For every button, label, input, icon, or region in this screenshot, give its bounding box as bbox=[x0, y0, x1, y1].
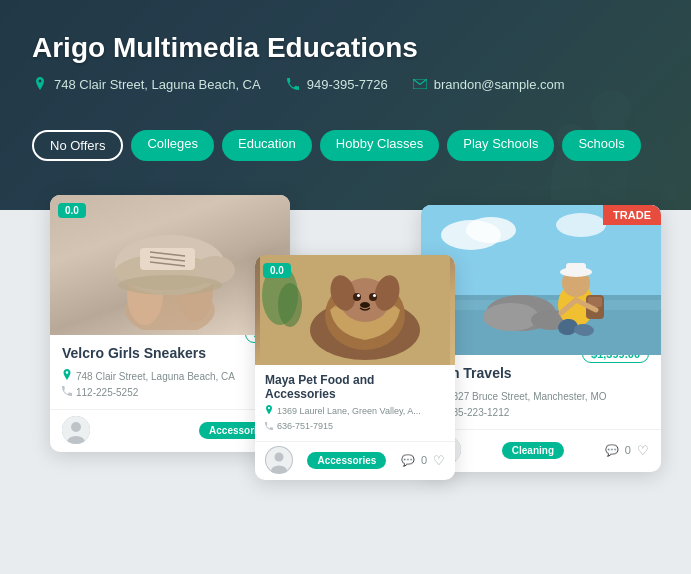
heart-icon-travel[interactable]: ♡ bbox=[637, 443, 649, 458]
card-shoes-footer: Accessories bbox=[50, 409, 290, 452]
like-row-travel: 💬 0 ♡ bbox=[605, 443, 649, 458]
svg-point-17 bbox=[118, 275, 222, 295]
card-travel-footer: Cleaning 💬 0 ♡ bbox=[421, 429, 661, 472]
location-icon bbox=[32, 76, 48, 92]
card-dog-address: 1369 Laurel Lane, Green Valley, A... bbox=[265, 405, 445, 417]
phone-icon bbox=[285, 76, 301, 92]
svg-point-30 bbox=[369, 293, 377, 301]
svg-point-40 bbox=[556, 213, 606, 237]
card-shoes-title: Velcro Girls Sneakers bbox=[62, 345, 206, 361]
card-dog-body: Maya Pet Food and Accessories 1369 Laure… bbox=[255, 365, 455, 441]
phone-icon-shoes bbox=[62, 386, 72, 398]
rating-badge-shoes: 0.0 bbox=[58, 203, 86, 218]
card-shoes-address: 748 Clair Street, Laguna Beach, CA bbox=[62, 369, 278, 383]
card-shoes-phone: 112-225-5252 bbox=[62, 386, 278, 398]
svg-point-19 bbox=[71, 422, 81, 432]
cards-area: 0.0 bbox=[0, 195, 691, 574]
card-travel-image: TRADE bbox=[421, 205, 661, 355]
card-shoes-body: Velcro Girls Sneakers $6. 748 Clair Stre… bbox=[50, 335, 290, 409]
avatar-dog bbox=[265, 446, 293, 474]
card-travel-phone: 885-223-1212 bbox=[433, 406, 649, 418]
category-travel: Cleaning bbox=[502, 442, 564, 459]
svg-point-32 bbox=[373, 294, 376, 297]
email-icon bbox=[412, 76, 428, 92]
svg-point-44 bbox=[483, 303, 539, 331]
svg-rect-49 bbox=[566, 263, 586, 275]
category-dog: Accessories bbox=[307, 452, 386, 469]
card-dog-image: 0.0 bbox=[255, 255, 455, 365]
card-dog-title: Maya Pet Food and Accessories bbox=[265, 373, 445, 401]
card-travel-body: Axn Travels $1,399.00 1827 Bruce Street,… bbox=[421, 355, 661, 429]
card-dog[interactable]: 0.0 bbox=[255, 255, 455, 480]
like-row-dog: 💬 0 ♡ bbox=[401, 453, 445, 468]
tags-row: No Offers Colleges Education Hobby Class… bbox=[0, 130, 691, 161]
card-travel[interactable]: TRADE bbox=[421, 205, 661, 472]
hero-banner: Arigo Multimedia Educations 748 Clair St… bbox=[0, 0, 691, 210]
svg-point-39 bbox=[466, 217, 516, 243]
card-travel-address: 1827 Bruce Street, Manchester, MO bbox=[433, 389, 649, 403]
page-title: Arigo Multimedia Educations bbox=[32, 32, 659, 64]
svg-point-31 bbox=[357, 294, 360, 297]
hero-content: Arigo Multimedia Educations 748 Clair St… bbox=[0, 0, 691, 126]
trade-badge: TRADE bbox=[603, 205, 661, 225]
card-dog-footer: Accessories 💬 0 ♡ bbox=[255, 441, 455, 480]
location-icon-shoes bbox=[62, 369, 72, 383]
tag-no-offers[interactable]: No Offers bbox=[32, 130, 123, 161]
hero-email: brandon@sample.com bbox=[412, 76, 565, 92]
svg-point-35 bbox=[275, 453, 284, 462]
comment-icon-travel: 💬 bbox=[605, 444, 619, 457]
comment-icon-dog: 💬 bbox=[401, 454, 415, 467]
hero-address: 748 Clair Street, Laguna Beach, CA bbox=[32, 76, 261, 92]
rating-badge-dog: 0.0 bbox=[263, 263, 291, 278]
phone-icon-dog bbox=[265, 420, 273, 432]
tag-schools[interactable]: Schools bbox=[562, 130, 640, 161]
card-shoes-image: 0.0 bbox=[50, 195, 290, 335]
tag-hobby-classes[interactable]: Hobby Classes bbox=[320, 130, 439, 161]
page-wrapper: Arigo Multimedia Educations 748 Clair St… bbox=[0, 0, 691, 574]
card-shoes[interactable]: 0.0 bbox=[50, 195, 290, 452]
svg-point-29 bbox=[353, 293, 361, 301]
tag-play-schools[interactable]: Play Schools bbox=[447, 130, 554, 161]
hero-meta: 748 Clair Street, Laguna Beach, CA 949-3… bbox=[32, 76, 659, 92]
svg-point-33 bbox=[360, 302, 370, 308]
avatar-shoes bbox=[62, 416, 90, 444]
heart-icon-dog[interactable]: ♡ bbox=[433, 453, 445, 468]
hero-phone: 949-395-7726 bbox=[285, 76, 388, 92]
location-icon-dog bbox=[265, 405, 273, 417]
tag-colleges[interactable]: Colleges bbox=[131, 130, 214, 161]
tag-education[interactable]: Education bbox=[222, 130, 312, 161]
card-dog-phone: 636-751-7915 bbox=[265, 420, 445, 432]
svg-point-23 bbox=[278, 283, 302, 327]
